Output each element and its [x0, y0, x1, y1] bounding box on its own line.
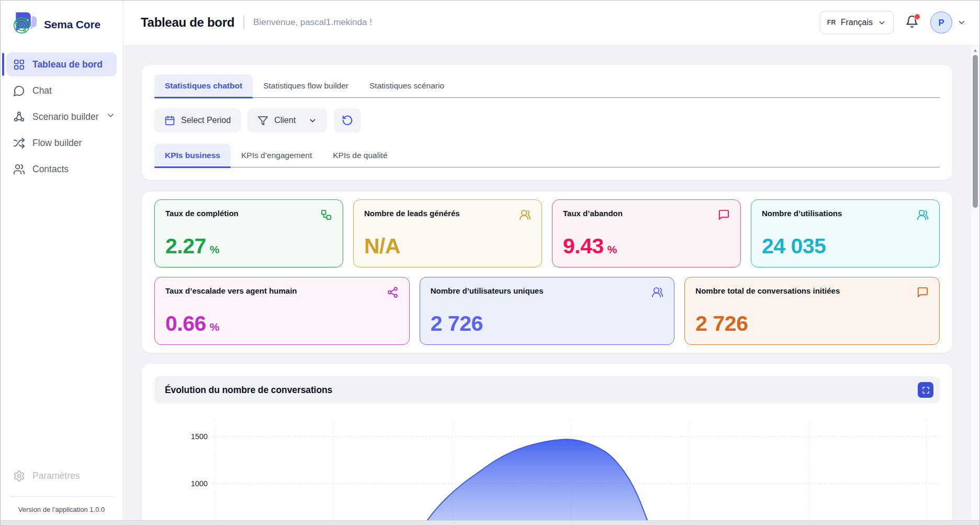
kpi-card-nombre-utilisations: Nombre d’utilisations 24 035 — [751, 199, 940, 267]
client-filter-dropdown[interactable]: Client — [247, 108, 327, 132]
kpi-tabs: KPIs business KPIs d’engagement KPIs de … — [154, 144, 940, 167]
header-actions: FR Français P — [820, 11, 966, 34]
kpi-value: 24 035 — [762, 236, 826, 257]
conversations-chart-panel: Évolution du nombre de conversations 150… — [142, 364, 952, 526]
svg-text:1500: 1500 — [191, 432, 208, 441]
scrollbar-up-arrow[interactable]: ▲ — [973, 46, 978, 55]
sidebar-footer: Paramètres Version de l’application 1.0.… — [0, 463, 123, 526]
horizontal-scrollbar[interactable] — [1, 520, 979, 525]
tab-kpis-business[interactable]: KPIs business — [154, 144, 231, 167]
sidebar: Sema Core Tableau de bord Chat Scenario … — [0, 0, 123, 526]
sidebar-item-label: Chat — [32, 85, 52, 96]
client-filter-label: Client — [274, 116, 296, 125]
language-label: Français — [841, 18, 873, 27]
header-separator — [243, 16, 244, 29]
sidebar-item-label: Scenario builder — [32, 111, 98, 122]
sidebar-item-label: Contacts — [32, 164, 69, 175]
chart-title: Évolution du nombre de conversations — [165, 385, 332, 396]
kpi-cards-panel: Taux de complétion 2.27 % Nombre de lead… — [142, 192, 952, 353]
scenario-nodes-icon — [13, 111, 25, 123]
workflow-icon — [320, 209, 332, 223]
tab-statistiques-flow-builder[interactable]: Statistiques flow builder — [253, 74, 359, 97]
tab-statistiques-scenario[interactable]: Statistiques scénario — [359, 74, 455, 97]
sidebar-item-flow-builder[interactable]: Flow builder — [6, 131, 117, 155]
message-square-icon — [917, 286, 929, 300]
sidebar-item-settings[interactable]: Paramètres — [6, 464, 117, 488]
kpi-cards-row-2: Taux d’escalade vers agent humain 0.66 %… — [154, 277, 940, 345]
kpi-unit: % — [210, 243, 220, 256]
main-area: Tableau de bord Bienvenue, pascal1.mekin… — [123, 0, 980, 526]
brand: Sema Core — [0, 0, 123, 49]
chart-header: Évolution du nombre de conversations — [154, 376, 940, 404]
brand-name: Sema Core — [44, 18, 100, 31]
kpi-title: Taux d’abandon — [563, 209, 623, 218]
kpi-cards-row-1: Taux de complétion 2.27 % Nombre de lead… — [154, 199, 940, 267]
sidebar-item-label: Paramètres — [32, 471, 80, 482]
chat-bubble-icon — [13, 85, 25, 97]
message-square-icon — [718, 209, 730, 223]
tab-statistiques-chatbot[interactable]: Statistiques chatbot — [154, 74, 253, 97]
refresh-button[interactable] — [334, 108, 361, 132]
app-logo-icon — [9, 10, 38, 39]
user-menu[interactable]: P — [930, 12, 966, 33]
kpi-value: 2 726 — [695, 313, 748, 334]
calendar-icon — [164, 115, 175, 126]
chevron-down-icon — [308, 116, 317, 125]
avatar[interactable]: P — [930, 12, 952, 33]
refresh-icon — [342, 115, 353, 126]
maximize-icon — [922, 386, 930, 394]
shuffle-icon — [13, 137, 25, 149]
conversations-area-chart: 15001000 — [154, 416, 940, 526]
chevron-down-icon — [957, 18, 966, 27]
kpi-title: Taux d’escalade vers agent humain — [165, 286, 297, 295]
users-icon — [13, 163, 25, 175]
tab-kpis-engagement[interactable]: KPIs d’engagement — [231, 144, 322, 167]
notifications-button[interactable] — [905, 15, 919, 30]
kpi-title: Nombre total de conversations initiées — [695, 286, 840, 295]
kpi-value: N/A — [364, 236, 400, 257]
kpi-title: Nombre d’utilisations — [762, 209, 842, 218]
svg-text:1000: 1000 — [191, 479, 208, 488]
kpi-value: 2.27 — [165, 236, 206, 257]
select-period-label: Select Period — [181, 116, 231, 125]
sidebar-menu: Tableau de bord Chat Scenario builder Fl… — [0, 51, 123, 182]
filters-row: Select Period Client — [154, 108, 940, 132]
tab-kpis-qualite[interactable]: KPIs de qualité — [322, 144, 398, 167]
notification-badge — [914, 14, 920, 20]
vertical-scrollbar[interactable]: ▲ — [971, 46, 979, 521]
kpi-value: 0.66 — [165, 313, 206, 334]
stats-tabs: Statistiques chatbot Statistiques flow b… — [154, 74, 940, 98]
layout-grid-icon — [13, 59, 25, 71]
users-icon — [651, 286, 663, 300]
chevron-down-icon[interactable] — [106, 110, 116, 123]
expand-chart-button[interactable] — [918, 382, 933, 398]
gear-icon — [13, 470, 25, 482]
kpi-card-utilisateurs-uniques: Nombre d’utilisateurs uniques 2 726 — [420, 277, 675, 345]
sidebar-item-label: Tableau de bord — [32, 59, 103, 70]
kpi-value: 2 726 — [431, 313, 483, 334]
stats-panel: Statistiques chatbot Statistiques flow b… — [142, 65, 952, 180]
kpi-card-taux-abandon: Taux d’abandon 9.43 % — [552, 199, 741, 267]
sidebar-item-chat[interactable]: Chat — [6, 79, 117, 103]
chevron-down-icon — [877, 18, 886, 27]
page-title: Tableau de bord — [141, 15, 234, 30]
content: Statistiques chatbot Statistiques flow b… — [123, 46, 980, 526]
kpi-value: 9.43 — [563, 236, 604, 257]
scrollbar-thumb[interactable] — [973, 55, 978, 208]
sidebar-item-scenario-builder[interactable]: Scenario builder — [6, 105, 117, 129]
kpi-title: Nombre de leads générés — [364, 209, 460, 218]
language-selector[interactable]: FR Français — [820, 11, 894, 34]
sidebar-item-label: Flow builder — [32, 138, 82, 149]
kpi-title: Taux de complétion — [165, 209, 239, 218]
select-period-button[interactable]: Select Period — [154, 108, 241, 132]
kpi-card-taux-escalade: Taux d’escalade vers agent humain 0.66 % — [154, 277, 410, 345]
sidebar-item-contacts[interactable]: Contacts — [6, 157, 117, 181]
kpi-unit: % — [210, 321, 220, 333]
users-icon — [917, 209, 929, 223]
welcome-text: Bienvenue, pascal1.mekinda ! — [253, 17, 372, 28]
sidebar-item-dashboard[interactable]: Tableau de bord — [6, 52, 117, 76]
header: Tableau de bord Bienvenue, pascal1.mekin… — [123, 0, 980, 46]
kpi-title: Nombre d’utilisateurs uniques — [431, 286, 544, 295]
users-icon — [519, 209, 531, 223]
kpi-card-leads-generes: Nombre de leads générés N/A — [353, 199, 542, 267]
